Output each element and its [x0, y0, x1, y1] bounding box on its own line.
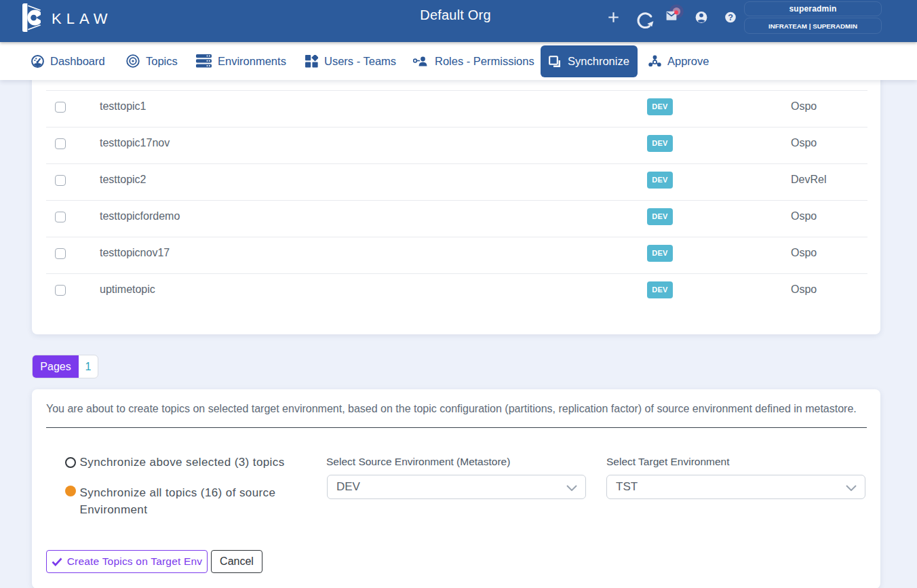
svg-text:?: ? [728, 13, 733, 22]
